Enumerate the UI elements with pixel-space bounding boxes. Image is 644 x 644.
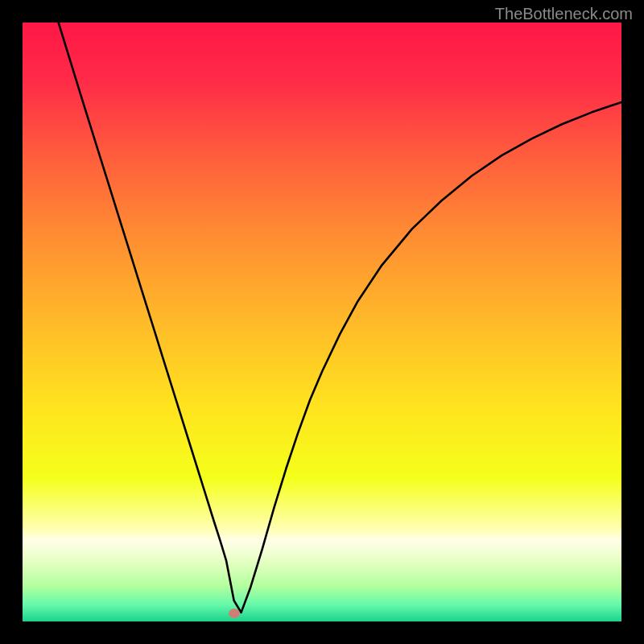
optimal-point-marker — [229, 609, 240, 618]
plot-area — [23, 23, 621, 621]
svg-rect-0 — [23, 23, 621, 621]
watermark-text: TheBottleneck.com — [495, 5, 633, 23]
chart-frame: TheBottleneck.com — [0, 0, 644, 644]
gradient-background-svg — [23, 23, 621, 621]
